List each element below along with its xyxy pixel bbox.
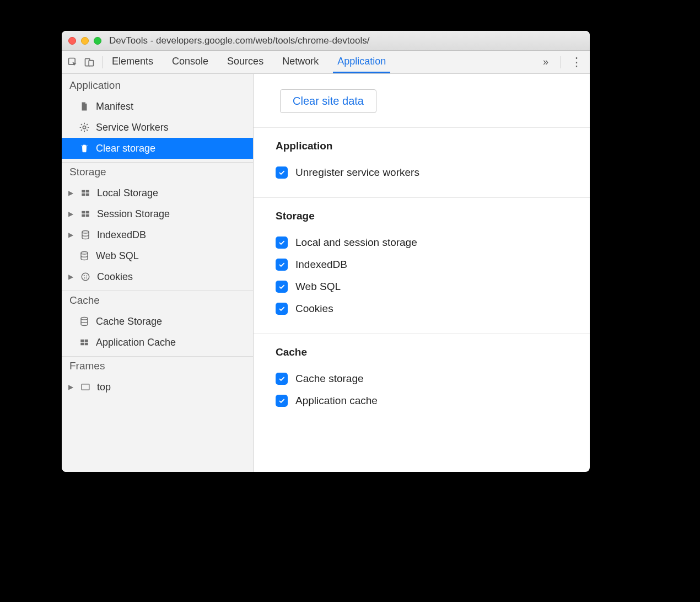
svg-point-19 (81, 318, 88, 320)
close-window-button[interactable] (68, 37, 76, 45)
tab-elements[interactable]: Elements (111, 51, 154, 73)
svg-rect-21 (85, 340, 88, 342)
tab-network[interactable]: Network (281, 51, 320, 73)
sidebar-item-label: Manifest (96, 101, 133, 112)
sidebar-item-web-sql[interactable]: Web SQL (62, 245, 253, 266)
checkbox[interactable] (276, 166, 288, 179)
sidebar-item-label: Application Cache (96, 337, 176, 348)
sidebar-item-label: Local Storage (97, 187, 158, 199)
checkbox[interactable] (276, 303, 288, 315)
db-icon (79, 229, 91, 241)
clear-site-data-button[interactable]: Clear site data (280, 89, 376, 113)
tab-sources[interactable]: Sources (226, 51, 265, 73)
checkbox-row: Cookies (276, 298, 568, 320)
sidebar-item-session-storage[interactable]: ▶Session Storage (62, 203, 253, 224)
svg-rect-10 (82, 214, 85, 217)
sidebar-item-local-storage[interactable]: ▶Local Storage (62, 182, 253, 203)
panel-body: ApplicationManifestService WorkersClear … (62, 74, 590, 472)
checkbox-row: Application cache (276, 390, 568, 412)
checkbox-row: IndexedDB (276, 254, 568, 276)
devtools-window: DevTools - developers.google.com/web/too… (62, 31, 590, 472)
expand-arrow-icon[interactable]: ▶ (68, 383, 75, 391)
checkbox-row: Web SQL (276, 276, 568, 298)
section-header: Cache (276, 346, 568, 358)
frame-icon (79, 381, 91, 393)
section-application: ApplicationUnregister service workers (254, 128, 590, 198)
svg-point-15 (84, 275, 85, 276)
toolbar-separator (561, 56, 561, 68)
sidebar-group-header: Cache (62, 291, 253, 311)
expand-arrow-icon[interactable]: ▶ (68, 231, 75, 239)
sidebar-item-label: Service Workers (96, 122, 169, 133)
device-toggle-icon[interactable] (84, 57, 95, 68)
expand-arrow-icon[interactable]: ▶ (68, 210, 75, 218)
section-header: Application (276, 140, 568, 152)
sidebar-item-application-cache[interactable]: Application Cache (62, 332, 253, 353)
settings-menu-icon[interactable]: ⋮ (569, 55, 584, 69)
checkbox-row: Unregister service workers (276, 162, 568, 184)
svg-point-16 (86, 275, 87, 276)
db-icon (78, 250, 90, 262)
more-tabs-icon[interactable]: » (539, 56, 553, 68)
grid-icon (79, 187, 91, 199)
grid-icon (79, 208, 91, 220)
tab-console[interactable]: Console (171, 51, 209, 73)
db-icon (78, 315, 90, 327)
checkbox-label: Application cache (295, 395, 378, 407)
svg-rect-4 (82, 190, 85, 193)
expand-arrow-icon[interactable]: ▶ (68, 189, 75, 197)
checkbox[interactable] (276, 237, 288, 249)
svg-point-18 (86, 277, 87, 278)
svg-point-14 (82, 273, 89, 281)
section-storage: StorageLocal and session storageIndexedD… (254, 198, 590, 334)
sidebar-group-header: Frames (62, 356, 253, 377)
sidebar-item-clear-storage[interactable]: Clear storage (62, 138, 253, 159)
toolbar-separator (103, 56, 103, 68)
checkbox-label: Cache storage (295, 373, 364, 385)
sidebar-item-cookies[interactable]: ▶Cookies (62, 266, 253, 287)
minimize-window-button[interactable] (81, 37, 89, 45)
inspect-element-icon[interactable] (67, 57, 78, 68)
sidebar-item-top[interactable]: ▶top (62, 377, 253, 397)
trash-icon (78, 142, 90, 154)
svg-point-12 (82, 231, 89, 234)
tab-application[interactable]: Application (336, 51, 387, 73)
svg-point-13 (81, 252, 88, 255)
sidebar-item-label: top (97, 381, 111, 393)
checkbox-label: IndexedDB (295, 259, 347, 271)
sidebar-group-header: Storage (62, 162, 253, 182)
checkbox[interactable] (276, 373, 288, 385)
checkbox-label: Web SQL (295, 281, 341, 293)
svg-rect-5 (86, 190, 89, 193)
svg-rect-2 (89, 60, 93, 66)
gear-icon (78, 121, 90, 133)
sidebar-group-header: Application (62, 74, 253, 96)
svg-rect-8 (82, 211, 85, 214)
checkbox-label: Cookies (295, 303, 333, 315)
devtools-toolbar: ElementsConsoleSourcesNetworkApplication… (62, 51, 590, 74)
sidebar-item-service-workers[interactable]: Service Workers (62, 117, 253, 138)
checkbox[interactable] (276, 259, 288, 271)
sidebar-item-cache-storage[interactable]: Cache Storage (62, 311, 253, 332)
svg-rect-22 (80, 343, 84, 346)
titlebar: DevTools - developers.google.com/web/too… (62, 31, 590, 51)
sidebar-item-indexeddb[interactable]: ▶IndexedDB (62, 224, 253, 245)
svg-rect-24 (82, 384, 89, 390)
checkbox[interactable] (276, 281, 288, 293)
expand-arrow-icon[interactable]: ▶ (68, 273, 75, 281)
svg-rect-20 (80, 340, 84, 342)
window-title: DevTools - developers.google.com/web/too… (109, 35, 369, 46)
file-icon (78, 100, 90, 112)
cookie-icon (79, 271, 91, 283)
application-sidebar: ApplicationManifestService WorkersClear … (62, 74, 254, 472)
maximize-window-button[interactable] (94, 37, 101, 45)
svg-point-3 (83, 126, 85, 128)
checkbox[interactable] (276, 395, 288, 407)
svg-point-17 (84, 277, 85, 278)
sidebar-item-label: Web SQL (96, 250, 139, 262)
sidebar-item-manifest[interactable]: Manifest (62, 96, 253, 117)
svg-rect-23 (85, 343, 88, 346)
panel-tabs: ElementsConsoleSourcesNetworkApplication (111, 51, 536, 73)
sidebar-item-label: Session Storage (97, 208, 170, 220)
svg-rect-11 (86, 214, 89, 217)
